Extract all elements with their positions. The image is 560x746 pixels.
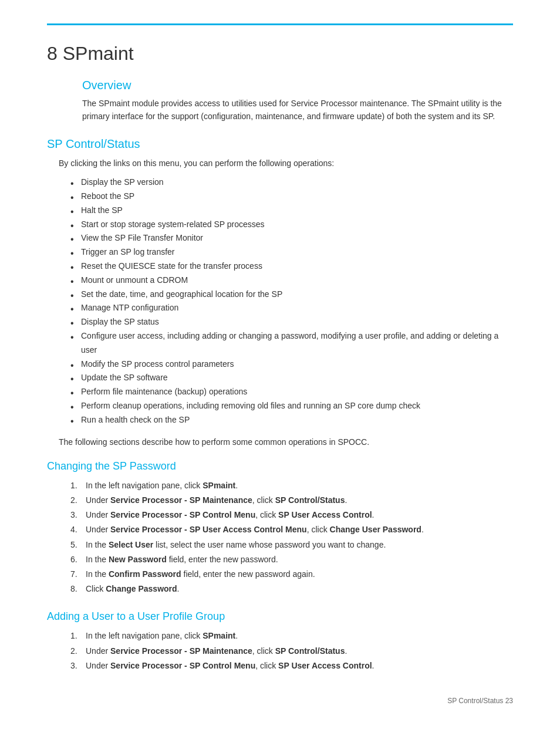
list-item: Reset the QUIESCE state for the transfer… xyxy=(70,259,513,274)
changing-password-steps: 1. In the left navigation pane, click SP… xyxy=(47,478,513,597)
list-item: Set the date, time, and geographical loc… xyxy=(70,288,513,302)
list-item: Display the SP version xyxy=(70,175,513,190)
list-item: Run a health check on the SP xyxy=(70,413,513,427)
list-item: View the SP File Transfer Monitor xyxy=(70,231,513,245)
overview-paragraph: The SPmaint module provides access to ut… xyxy=(82,97,513,123)
sp-control-section: SP Control/Status By clicking the links … xyxy=(47,137,513,448)
list-item: Start or stop storage system-related SP … xyxy=(70,218,513,232)
list-item: 8. Click Change Password. xyxy=(70,582,513,596)
list-item: Display the SP status xyxy=(70,315,513,329)
list-item: Manage NTP configuration xyxy=(70,301,513,315)
list-item: Reboot the SP xyxy=(70,190,513,204)
list-item: Perform cleanup operations, including re… xyxy=(70,399,513,413)
list-item: Perform file maintenance (backup) operat… xyxy=(70,385,513,399)
list-item: 3. Under Service Processor - SP Control … xyxy=(70,659,513,673)
list-item: Modify the SP process control parameters xyxy=(70,357,513,372)
top-border xyxy=(47,23,513,25)
list-item: 2. Under Service Processor - SP Maintena… xyxy=(70,644,513,659)
sp-control-bullets: Display the SP version Reboot the SP Hal… xyxy=(47,175,513,427)
list-item: Trigger an SP log transfer xyxy=(70,245,513,259)
list-item: Mount or unmount a CDROM xyxy=(70,274,513,288)
changing-password-section: Changing the SP Password 1. In the left … xyxy=(47,460,513,597)
list-item: 1. In the left navigation pane, click SP… xyxy=(70,478,513,493)
list-item: Update the SP software xyxy=(70,371,513,385)
adding-user-steps: 1. In the left navigation pane, click SP… xyxy=(47,629,513,673)
page: 8 SPmaint Overview The SPmaint module pr… xyxy=(0,0,560,723)
list-item: 3. Under Service Processor - SP Control … xyxy=(70,508,513,522)
adding-user-heading: Adding a User to a User Profile Group xyxy=(47,610,513,623)
footer: SP Control/Status 23 xyxy=(447,697,513,705)
overview-section: Overview The SPmaint module provides acc… xyxy=(47,79,513,123)
adding-user-section: Adding a User to a User Profile Group 1.… xyxy=(47,610,513,673)
list-item: 2. Under Service Processor - SP Maintena… xyxy=(70,493,513,508)
list-item: Configure user access, including adding … xyxy=(70,329,513,357)
list-item: 1. In the left navigation pane, click SP… xyxy=(70,629,513,643)
list-item: Halt the SP xyxy=(70,204,513,218)
sp-control-intro: By clicking the links on this menu, you … xyxy=(47,157,513,170)
changing-password-heading: Changing the SP Password xyxy=(47,460,513,472)
list-item: 6. In the New Password field, enter the … xyxy=(70,552,513,567)
list-item: 5. In the Select User list, select the u… xyxy=(70,538,513,552)
sp-control-heading: SP Control/Status xyxy=(47,137,513,151)
overview-heading: Overview xyxy=(82,79,513,92)
list-item: 7. In the Confirm Password field, enter … xyxy=(70,567,513,582)
list-item: 4. Under Service Processor - SP User Acc… xyxy=(70,522,513,537)
following-text: The following sections describe how to p… xyxy=(47,436,513,448)
chapter-title: 8 SPmaint xyxy=(47,43,513,65)
